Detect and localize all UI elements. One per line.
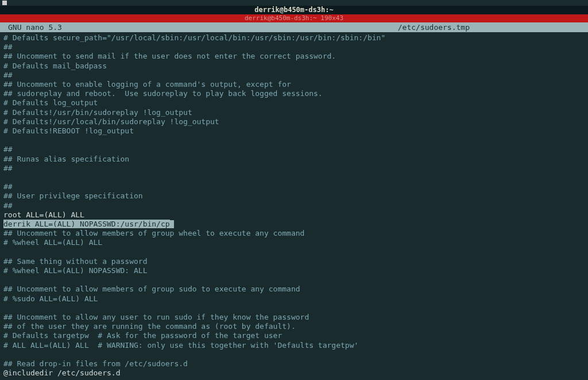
editor-line[interactable]: # Defaults mail_badpass <box>3 62 585 71</box>
editor-line[interactable]: ## Uncomment to allow members of group s… <box>3 285 585 294</box>
editor-line[interactable]: ## of the user they are running the comm… <box>3 322 585 331</box>
editor-line[interactable]: # Defaults log_output <box>3 98 585 108</box>
editor-line[interactable] <box>3 248 585 257</box>
editor-line[interactable]: ## <box>3 164 585 173</box>
editor-line[interactable]: ## User privilege specification <box>3 191 585 201</box>
editor-line[interactable] <box>3 136 585 145</box>
editor-viewport[interactable]: # Defaults secure_path="/usr/local/sbin:… <box>0 32 588 378</box>
editor-line[interactable]: # %wheel ALL=(ALL) ALL <box>3 238 585 247</box>
editor-line[interactable]: ## sudoreplay and reboot. Use sudoreplay… <box>3 89 585 98</box>
editor-line[interactable]: @includedir /etc/sudoers.d <box>3 369 585 378</box>
editor-line[interactable]: ## Same thing without a password <box>3 257 585 266</box>
text-cursor <box>170 220 174 228</box>
editor-line[interactable]: ## <box>3 182 585 191</box>
editor-line[interactable] <box>3 173 585 182</box>
editor-line[interactable]: ## Uncomment to send mail if the user do… <box>3 52 585 61</box>
highlighted-line[interactable]: derrik ALL=(ALL) NOPASSWD:/usr/bin/cp <box>3 220 170 228</box>
editor-line[interactable]: ## Uncomment to allow any user to run su… <box>3 313 585 322</box>
editor-line[interactable]: # Defaults secure_path="/usr/local/sbin:… <box>3 33 585 43</box>
window-menu-icon[interactable] <box>2 1 7 5</box>
editor-line[interactable]: ## <box>3 201 585 210</box>
tmux-status-bar: derrik@b450m-ds3h:~ 190x43 <box>0 14 588 22</box>
editor-line[interactable]: ## Read drop-in files from /etc/sudoers.… <box>3 359 585 369</box>
editor-line[interactable]: # Defaults!REBOOT !log_output <box>3 126 585 136</box>
editor-line[interactable]: # %sudo ALL=(ALL) ALL <box>3 294 585 304</box>
editor-line[interactable]: ## Runas alias specification <box>3 155 585 164</box>
editor-line[interactable] <box>3 275 585 285</box>
editor-line[interactable]: ## <box>3 145 585 154</box>
editor-line[interactable]: ## <box>3 43 585 52</box>
editor-line[interactable]: derrik ALL=(ALL) NOPASSWD:/usr/bin/cp <box>3 220 585 229</box>
editor-line[interactable]: ## Uncomment to enable logging of a comm… <box>3 80 585 89</box>
editor-line[interactable] <box>3 350 585 359</box>
editor-line[interactable]: # Defaults!/usr/local/bin/sudoreplay !lo… <box>3 117 585 126</box>
editor-line[interactable]: ## Uncomment to allow members of group w… <box>3 229 585 238</box>
editor-line[interactable]: root ALL=(ALL) ALL <box>3 210 585 220</box>
editor-line[interactable]: # %wheel ALL=(ALL) NOPASSWD: ALL <box>3 266 585 275</box>
window-title: derrik@b450m-ds3h:~ <box>0 6 588 14</box>
nano-header: GNU nano 5.3 /etc/sudoers.tmp <box>0 22 588 32</box>
editor-line[interactable]: # Defaults targetpw # Ask for the passwo… <box>3 331 585 340</box>
editor-line[interactable]: # ALL ALL=(ALL) ALL # WARNING: only use … <box>3 341 585 350</box>
editor-line[interactable] <box>3 304 585 313</box>
desktop-titlebar <box>0 0 588 6</box>
editor-line[interactable]: ## <box>3 71 585 80</box>
nano-app-label: GNU nano 5.3 <box>3 22 62 32</box>
editor-line[interactable]: # Defaults!/usr/bin/sudoreplay !log_outp… <box>3 108 585 117</box>
nano-file-label: /etc/sudoers.tmp <box>398 22 470 32</box>
